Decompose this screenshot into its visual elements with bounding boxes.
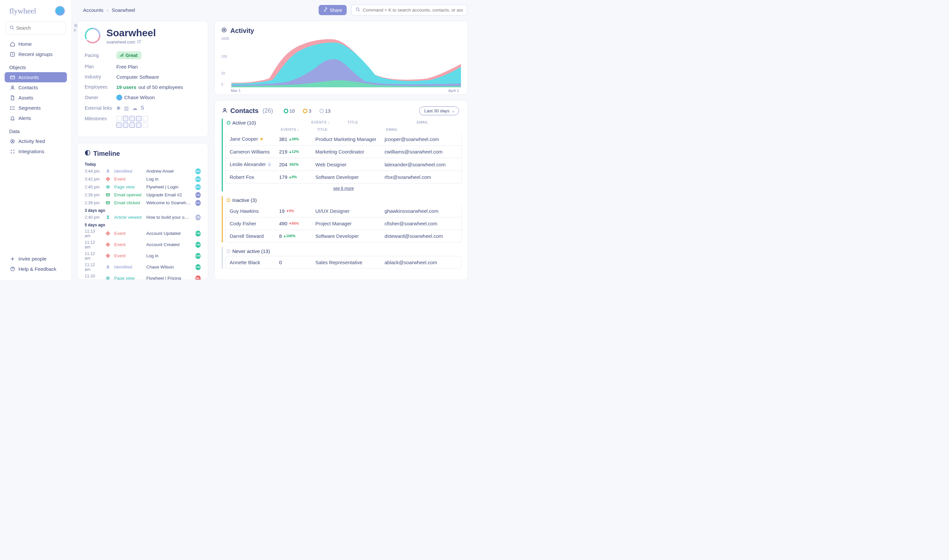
salesforce-icon[interactable]: ☁ [132, 105, 137, 111]
timeline-avatar: CW [196, 242, 201, 248]
trophy-icon: ♕ [267, 162, 271, 167]
svg-point-23 [107, 170, 108, 171]
timeline-row[interactable]: 11:13 am Event Account Updated CW [85, 228, 201, 239]
sidebar-search[interactable]: ⌘ K [6, 21, 66, 35]
nav-label: Assets [18, 95, 33, 100]
timeline-type: Email clicked [114, 200, 143, 205]
timeline-row[interactable]: 3:42 pm Event Log in AA [85, 175, 201, 183]
bars-icon [120, 53, 123, 58]
nav-recent-signups[interactable]: Recent signups [0, 49, 71, 59]
nav-contacts[interactable]: Contacts [0, 82, 71, 92]
timeline-label: Flywheel | Login [146, 185, 191, 189]
group-dot-icon [227, 121, 230, 125]
account-name: Soarwheel [106, 28, 156, 38]
timeline-time: 11:12 am [85, 263, 102, 272]
stripe-icon[interactable]: S [141, 105, 144, 111]
contacts-group-header[interactable]: Never active (13) [225, 247, 462, 256]
see-more-link[interactable]: see 6 more [225, 183, 462, 191]
status-amber[interactable]: 3 [303, 108, 311, 114]
hubspot-icon[interactable]: ✱ [116, 105, 120, 111]
timeline-row[interactable]: 2:39 pm Email opened Upgrade Email #2 LA [85, 191, 201, 199]
nav-help-feedback[interactable]: Help & Feedback [0, 264, 71, 274]
nav-accounts[interactable]: Accounts [5, 72, 67, 82]
timeline-row[interactable]: 11:12 am Event Log in CW [85, 250, 201, 262]
nav-home[interactable]: Home [0, 39, 71, 49]
meta-plan-label: Plan [85, 64, 116, 69]
contacts-group-header[interactable]: Inactive (3) [225, 196, 462, 205]
contact-row[interactable]: Guy Hawkins 199% UI/UX Designer ghawkins… [225, 205, 462, 217]
help-icon [10, 266, 15, 272]
user-avatar[interactable] [55, 6, 65, 16]
pct-change: 9% [287, 209, 294, 213]
timeline-type: Identified [114, 265, 143, 269]
nav-label: Activity feed [18, 138, 45, 144]
nav-assets[interactable]: Assets [0, 92, 71, 103]
contact-name: Robert Fox [230, 174, 279, 180]
status-grey[interactable]: 13 [319, 108, 331, 114]
nav-activity-feed[interactable]: Activity feed [0, 136, 71, 146]
contact-title: Product Marketing Manager [315, 136, 385, 142]
contact-title: UI/UX Designer [315, 208, 385, 214]
contact-email: ghawkinssoarwheel.com [385, 208, 458, 214]
event-icon [105, 177, 110, 182]
timeline-time: 2:39 pm [85, 193, 102, 197]
bell-icon [10, 115, 15, 121]
nav-integrations[interactable]: Integrations [0, 146, 71, 157]
command-search[interactable] [351, 5, 467, 15]
account-url[interactable]: soarwheel.com [106, 40, 156, 45]
svg-line-18 [359, 11, 360, 12]
contact-row[interactable]: Cameron Williams 21912% Marketing Coordi… [225, 146, 462, 158]
date-range-dropdown[interactable]: Last 30 days [419, 106, 459, 115]
contacts-group-header[interactable]: Active (10)Events ↓TitleEmail [225, 118, 462, 128]
timeline-row[interactable]: 2:39 pm Email clicked Welcome to Soarwhe… [85, 199, 201, 207]
contact-row[interactable]: Leslie Alexander♕ 204302% Web Designer l… [225, 158, 462, 171]
meta-employees-label: Employees [85, 84, 116, 89]
timeline-label: Account Created [146, 242, 191, 247]
nav-segments[interactable]: Segments [0, 103, 71, 113]
timeline-list: Today 3:44 pm Identified Andrew Ansel AA… [85, 161, 201, 280]
page-icon [105, 185, 110, 190]
timeline-type: Page view [114, 276, 143, 280]
sidebar-search-input[interactable] [16, 25, 74, 31]
svg-rect-7 [10, 109, 11, 110]
timeline-row[interactable]: 2:40 pm Article viewed How to build your… [85, 214, 201, 222]
nav-invite-people[interactable]: Invite people [0, 254, 71, 264]
contact-row[interactable]: Darrell Steward 8100% Software Developer… [225, 230, 462, 242]
contact-events: 38139% [279, 136, 315, 142]
svg-rect-3 [11, 76, 15, 79]
bars-icon [10, 105, 15, 111]
contact-events: 1799% [279, 174, 315, 180]
intercom-icon[interactable]: ▥ [124, 105, 129, 111]
contact-events: 204302% [279, 162, 315, 167]
meta-industry-label: Industry [85, 74, 116, 79]
timeline-row[interactable]: 11:10 am Page view Flywheel | Pricing BL [85, 273, 201, 280]
link-icon [323, 7, 328, 13]
email-icon [105, 200, 110, 206]
nav-label: Alerts [18, 115, 31, 121]
breadcrumb-root[interactable]: Accounts [83, 7, 103, 13]
timeline-type: Event [114, 177, 143, 182]
share-button[interactable]: Share [319, 5, 347, 15]
status-green[interactable]: 10 [284, 108, 295, 114]
timeline-type: Event [114, 253, 143, 258]
timeline-row[interactable]: 3:44 pm Identified Andrew Ansel AA [85, 167, 201, 175]
contact-row[interactable]: Cody Fisher 49086% Project Manager cfish… [225, 217, 462, 230]
command-search-input[interactable] [363, 8, 463, 12]
contact-row[interactable]: Annette Black 0 Sales Representative abl… [225, 256, 462, 269]
breadcrumb: Accounts › Soarwheel [83, 7, 135, 13]
timeline-row[interactable]: 2:40 pm Page view Flywheel | Login AA [85, 183, 201, 191]
timeline-label: Andrew Ansel [146, 169, 191, 174]
timeline-row[interactable]: 11:12 am Event Account Created CW [85, 239, 201, 250]
contact-row[interactable]: Robert Fox 1799% Software Developer rfox… [225, 171, 462, 183]
status-dot-icon [284, 109, 288, 113]
home-icon [10, 42, 15, 47]
timeline-time: 2:40 pm [85, 185, 102, 189]
contact-name: Annette Black [230, 260, 279, 265]
section-data: Data [0, 123, 71, 136]
nav-label: Help & Feedback [18, 266, 56, 272]
nav-alerts[interactable]: Alerts [0, 113, 71, 123]
timeline-avatar: BL [196, 275, 201, 280]
timeline-row[interactable]: 11:12 am Identified Chase Wilson CW [85, 262, 201, 273]
timeline-time: 2:39 pm [85, 201, 102, 205]
contact-row[interactable]: Jane Cooper★ 38139% Product Marketing Ma… [225, 133, 462, 146]
